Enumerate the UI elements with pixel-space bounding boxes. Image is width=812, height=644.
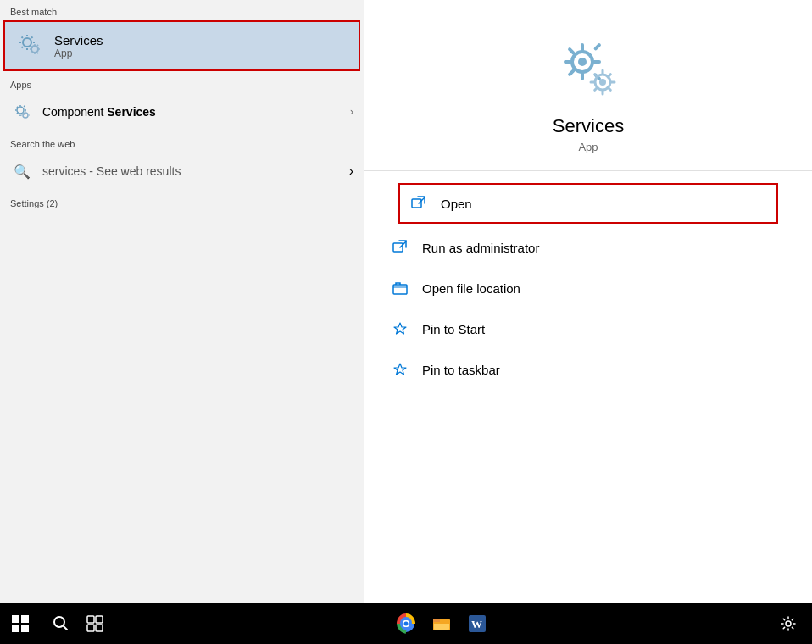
svg-point-2	[17, 107, 24, 114]
svg-point-7	[599, 79, 606, 86]
settings-section-label: Settings (2)	[0, 190, 364, 212]
svg-point-5	[578, 58, 587, 66]
pin-to-taskbar-label: Pin to taskbar	[422, 363, 500, 377]
apps-section-label: Apps	[0, 71, 364, 93]
taskbar-chrome-icon[interactable]	[392, 610, 420, 637]
taskbar-file-explorer-icon[interactable]	[428, 610, 455, 637]
best-match-label: Best match	[0, 0, 364, 20]
app-icon-large	[554, 34, 622, 102]
app-actions: Open Run as administrator	[364, 171, 812, 398]
svg-point-3	[23, 113, 28, 118]
pin-to-taskbar-icon	[390, 359, 410, 380]
pin-to-start-label: Pin to Start	[422, 322, 485, 336]
start-button[interactable]	[0, 603, 41, 644]
component-services-icon	[10, 100, 34, 124]
taskbar-search-icon[interactable]	[41, 610, 81, 637]
svg-rect-15	[96, 625, 103, 631]
svg-point-27	[786, 621, 791, 626]
best-match-title: Services	[54, 33, 103, 47]
services-icon-small	[15, 31, 46, 61]
web-search-item[interactable]: 🔍 services - See web results ›	[0, 153, 364, 190]
pin-to-taskbar-action[interactable]: Pin to taskbar	[364, 349, 812, 390]
best-match-item[interactable]: Services App	[3, 20, 360, 71]
windows-logo-icon	[12, 615, 29, 632]
open-file-location-label: Open file location	[422, 281, 520, 296]
svg-rect-10	[393, 285, 407, 294]
open-label: Open	[441, 197, 472, 211]
taskbar-center: W	[108, 610, 775, 637]
svg-rect-9	[393, 243, 403, 252]
open-file-location-icon	[390, 278, 410, 298]
component-services-label: Component Services	[42, 105, 350, 119]
app-detail: Services App	[364, 0, 812, 171]
svg-text:W: W	[471, 618, 482, 630]
run-as-admin-icon	[390, 237, 410, 258]
taskbar: W	[0, 603, 812, 644]
svg-point-0	[23, 38, 31, 47]
app-type: App	[578, 141, 598, 153]
component-services-chevron: ›	[350, 106, 353, 118]
run-as-admin-action[interactable]: Run as administrator	[364, 227, 812, 268]
taskbar-task-view-icon[interactable]	[81, 610, 108, 637]
component-services-item[interactable]: Component Services ›	[0, 93, 364, 130]
right-panel: Services App Open	[364, 0, 812, 644]
run-as-admin-label: Run as administrator	[422, 241, 539, 255]
pin-to-start-icon	[390, 319, 410, 339]
search-web-icon: 🔍	[10, 159, 34, 183]
svg-rect-13	[96, 616, 103, 623]
svg-rect-8	[412, 199, 421, 208]
svg-rect-14	[87, 625, 94, 631]
pin-to-start-action[interactable]: Pin to Start	[364, 308, 812, 349]
web-search-label-text: services - See web results	[42, 164, 349, 178]
app-name: Services	[553, 115, 624, 137]
left-panel: Best match Services App Apps	[0, 0, 364, 644]
open-file-location-action[interactable]: Open file location	[364, 268, 812, 308]
taskbar-word-icon[interactable]: W	[464, 610, 491, 637]
search-results: Best match Services App Apps	[0, 0, 364, 603]
svg-rect-12	[87, 616, 94, 623]
best-match-subtitle: App	[54, 47, 103, 59]
open-action[interactable]: Open	[398, 183, 778, 224]
taskbar-right	[775, 610, 812, 637]
svg-point-19	[404, 622, 409, 626]
open-icon	[409, 193, 429, 214]
best-match-text: Services App	[54, 33, 103, 59]
svg-point-11	[54, 617, 64, 627]
web-search-label: Search the web	[0, 130, 364, 153]
svg-rect-24	[434, 622, 449, 624]
web-search-chevron: ›	[349, 164, 353, 179]
taskbar-settings-icon[interactable]	[775, 610, 802, 637]
